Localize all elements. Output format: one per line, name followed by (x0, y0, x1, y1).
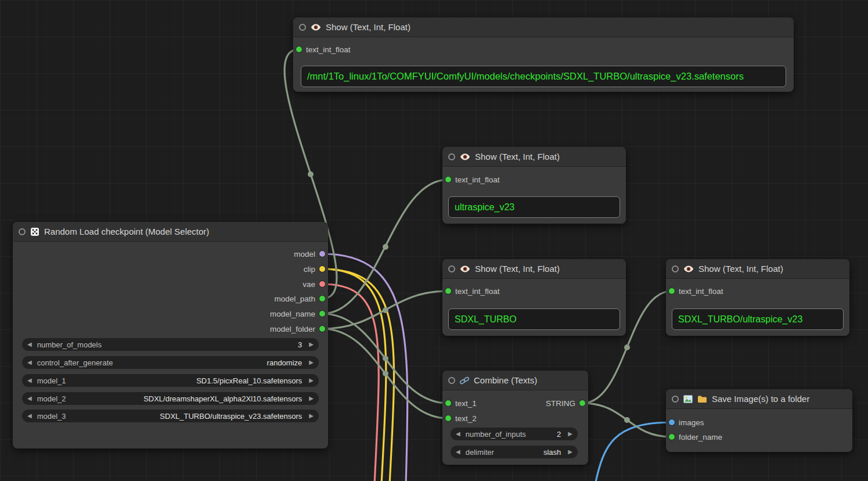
prev-arrow-icon[interactable]: ◀ (27, 396, 32, 401)
increment-arrow-icon[interactable]: ▶ (568, 431, 572, 437)
value-display[interactable]: SDXL_TURBO/ultraspice_v23 (672, 308, 844, 330)
input-port-text-int-float[interactable]: text_int_float (296, 45, 351, 54)
node-title: Show (Text, Int, Float) (698, 264, 783, 274)
widget-delimiter[interactable]: ◀ delimiter slash ▶ (451, 446, 578, 458)
output-port-model-folder[interactable]: model_folder (270, 324, 325, 333)
output-port-model-name[interactable]: model_name (270, 309, 325, 318)
collapse-dot[interactable] (19, 228, 26, 235)
eye-icon (683, 265, 694, 273)
widget-model-3[interactable]: ◀ model_3 SDXL_TURBO/ultraspice_v23.safe… (22, 410, 319, 422)
next-arrow-icon[interactable]: ▶ (309, 396, 314, 401)
widget-value: SD1.5/picxReal_10.safetensors (196, 376, 302, 385)
increment-arrow-icon[interactable]: ▶ (309, 342, 314, 347)
port-dot[interactable] (319, 311, 325, 317)
widget-control-after-generate[interactable]: ◀ control_after_generate randomize ▶ (22, 356, 319, 369)
next-arrow-icon[interactable]: ▶ (568, 449, 572, 455)
value-display[interactable]: ultraspice_v23 (448, 196, 620, 218)
port-dot[interactable] (319, 251, 325, 257)
input-port-folder-name[interactable]: folder_name (669, 432, 722, 441)
port-dot[interactable] (445, 400, 451, 406)
widget-number-of-inputs[interactable]: ◀ number_of_inputs 2 ▶ (451, 428, 578, 440)
prev-arrow-icon[interactable]: ◀ (27, 413, 32, 419)
port-dot[interactable] (669, 288, 675, 294)
widget-label: control_after_generate (37, 358, 113, 367)
input-port-images[interactable]: images (669, 418, 704, 427)
port-dot[interactable] (296, 46, 302, 52)
port-label: clip (304, 265, 315, 274)
eye-icon (311, 23, 321, 31)
input-port-text-1[interactable]: text_1 (445, 399, 477, 408)
node-header[interactable]: Random Load checkpoint (Model Selector) (13, 222, 328, 242)
node-random-load-checkpoint[interactable]: Random Load checkpoint (Model Selector) … (13, 222, 328, 448)
output-port-string[interactable]: STRING (546, 399, 585, 408)
node-combine-texts[interactable]: Combine (Texts) text_1 text_2 STRING ◀ n… (442, 371, 588, 465)
collapse-dot[interactable] (672, 396, 679, 403)
collapse-dot[interactable] (299, 24, 306, 31)
decrement-arrow-icon[interactable]: ◀ (27, 342, 32, 347)
chain-link-icon (460, 376, 469, 385)
port-dot[interactable] (669, 419, 675, 425)
collapse-dot[interactable] (448, 265, 455, 272)
widget-value: SDXL/dreamshaperXL_alpha2Xl10.safetensor… (143, 394, 302, 403)
collapse-dot[interactable] (448, 377, 455, 384)
port-label: model_name (270, 310, 315, 318)
picture-icon (683, 395, 693, 403)
widget-model-2[interactable]: ◀ model_2 SDXL/dreamshaperXL_alpha2Xl10.… (22, 392, 319, 405)
folder-icon (697, 395, 707, 403)
node-header[interactable]: Save Image(s) to a folder (666, 389, 852, 409)
port-dot[interactable] (319, 266, 325, 272)
output-port-model[interactable]: model (294, 249, 325, 259)
wire-images-in (595, 422, 672, 481)
next-arrow-icon[interactable]: ▶ (309, 378, 314, 383)
next-arrow-icon[interactable]: ▶ (309, 413, 314, 419)
next-arrow-icon[interactable]: ▶ (309, 360, 314, 365)
port-dot[interactable] (579, 400, 585, 406)
node-show-name[interactable]: Show (Text, Int, Float) text_int_float u… (442, 147, 626, 224)
input-port-text-int-float[interactable]: text_int_float (669, 286, 723, 296)
value-display[interactable]: SDXL_TURBO (448, 308, 620, 330)
node-title: Show (Text, Int, Float) (475, 264, 560, 274)
port-label: vae (302, 280, 315, 289)
widget-value: slash (543, 448, 561, 457)
output-port-vae[interactable]: vae (302, 279, 325, 289)
port-dot[interactable] (669, 434, 675, 440)
widget-label: model_1 (37, 376, 66, 385)
value-display[interactable]: /mnt/1To_linux/1To/COMFYUI/ComfyUI/model… (301, 66, 786, 87)
collapse-dot[interactable] (672, 265, 679, 272)
node-header[interactable]: Show (Text, Int, Float) (666, 259, 849, 279)
wire-midpoint-dot (624, 417, 630, 423)
node-header[interactable]: Show (Text, Int, Float) (293, 17, 794, 37)
port-label: images (679, 418, 704, 427)
port-dot[interactable] (319, 296, 325, 301)
port-dot[interactable] (445, 415, 451, 421)
output-port-model-path[interactable]: model_path (274, 294, 325, 303)
node-show-path[interactable]: Show (Text, Int, Float) text_int_float /… (293, 17, 794, 92)
node-show-combined[interactable]: Show (Text, Int, Float) text_int_float S… (666, 259, 849, 336)
wire-midpoint-dot (383, 356, 388, 361)
port-dot[interactable] (445, 177, 451, 182)
node-graph-canvas[interactable]: Show (Text, Int, Float) text_int_float /… (0, 0, 868, 481)
decrement-arrow-icon[interactable]: ◀ (456, 431, 460, 437)
port-dot[interactable] (319, 326, 325, 332)
node-show-folder[interactable]: Show (Text, Int, Float) text_int_float S… (442, 259, 626, 336)
port-dot[interactable] (319, 281, 325, 287)
input-port-text-int-float[interactable]: text_int_float (445, 175, 500, 184)
prev-arrow-icon[interactable]: ◀ (27, 378, 32, 383)
collapse-dot[interactable] (448, 153, 455, 160)
node-header[interactable]: Combine (Texts) (442, 371, 588, 390)
prev-arrow-icon[interactable]: ◀ (27, 360, 32, 365)
port-dot[interactable] (445, 288, 451, 294)
port-label: folder_name (679, 433, 722, 441)
input-port-text-int-float[interactable]: text_int_float (445, 286, 500, 296)
node-header[interactable]: Show (Text, Int, Float) (442, 259, 626, 279)
widget-model-1[interactable]: ◀ model_1 SD1.5/picxReal_10.safetensors … (22, 374, 319, 387)
node-header[interactable]: Show (Text, Int, Float) (442, 147, 626, 167)
port-label: text_2 (455, 414, 477, 423)
widget-label: model_2 (37, 394, 66, 403)
input-port-text-2[interactable]: text_2 (445, 414, 477, 423)
output-port-clip[interactable]: clip (304, 264, 325, 274)
port-label: model (294, 250, 315, 259)
widget-number-of-models[interactable]: ◀ number_of_models 3 ▶ (22, 338, 319, 351)
node-save-image-to-folder[interactable]: Save Image(s) to a folder images folder_… (666, 389, 852, 452)
prev-arrow-icon[interactable]: ◀ (456, 449, 460, 455)
